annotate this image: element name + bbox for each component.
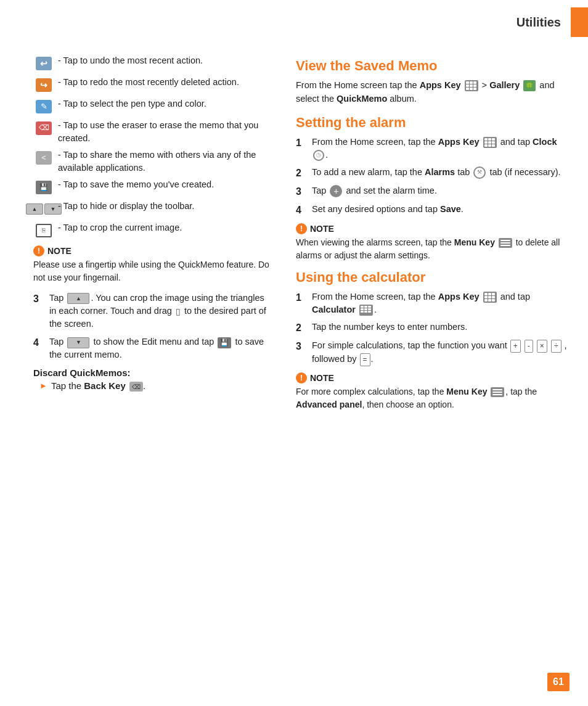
note-body: Please use a fingertip while using the Q… [33, 258, 271, 284]
apps-key-icon3 [483, 292, 497, 303]
note-title: ! NOTE [33, 245, 271, 257]
step-text: Set any desired options and tap Save. [312, 203, 463, 216]
list-item: ✎ - Tap to select the pen type and color… [33, 97, 271, 115]
list-item: ⌫ - Tap to use the eraser to erase the m… [33, 119, 271, 145]
alarm-step-2: 2 To add a new alarm, tap the Alarms tab… [296, 166, 570, 180]
using-calculator-heading: Using the calculator [296, 269, 570, 285]
redo-icon: ↪ [33, 76, 54, 94]
list-item-text: - Tap to select the pen type and color. [58, 97, 206, 110]
step-text: Tap ▲. You can crop the image using the … [49, 292, 271, 330]
op-divide: ÷ [551, 340, 561, 353]
step-text: From the Home screen, tap the Apps Key a… [312, 136, 570, 162]
discard-heading: Discard QuickMemos: [33, 367, 271, 378]
clock-icon: ◷ [313, 150, 324, 161]
view-saved-memo-section: View the Saved Memo From the Home screen… [296, 58, 570, 106]
view-saved-memo-text: From the Home screen tap the Apps Key > … [296, 79, 570, 106]
list-item: ↪ - Tap to redo the most recently delete… [33, 76, 271, 94]
alarm-step-3: 3 Tap + and set the alarm time. [296, 184, 570, 199]
step-4-save: 4 Tap ▼ to show the Edit menu and tap 💾 … [33, 335, 271, 361]
note-icon: ! [33, 245, 44, 257]
alarm-note-icon: ! [296, 223, 307, 234]
note-quickmemo: ! NOTE Please use a fingertip while usin… [33, 245, 271, 284]
back-key-label: Back Key [84, 380, 126, 391]
alarm-note-label: NOTE [310, 224, 334, 234]
list-item-text: - Tap to use the eraser to erase the mem… [58, 119, 271, 145]
note-label: NOTE [47, 246, 71, 256]
step-number: 4 [296, 203, 308, 217]
op-equals: = [360, 353, 370, 366]
list-item-text: - Tap to share the memo with others via … [58, 149, 271, 174]
view-saved-memo-heading: View the Saved Memo [296, 58, 570, 74]
share-icon: < [33, 149, 54, 166]
no-entry-icon: ▯ [176, 305, 181, 318]
calculator-note: ! NOTE For more complex calculations, ta… [296, 372, 570, 411]
step-text: For simple calculations, tap the functio… [312, 339, 570, 366]
alarm-steps-list: 1 From the Home screen, tap the Apps Key… [296, 136, 570, 218]
toolbar-icon: ▲ ▼ [33, 200, 54, 218]
calculator-steps-list: 1 From the Home screen, tap the Apps Key… [296, 290, 570, 366]
toolbar-up-icon: ▲ [67, 293, 89, 304]
step-text: Tap the number keys to enter numbers. [312, 321, 467, 334]
apps-key-icon2 [483, 137, 497, 148]
triangle-bullet-icon: ► [39, 381, 47, 390]
step-text: From the Home screen, tap the Apps Key a… [312, 290, 570, 316]
alarm-note: ! NOTE When viewing the alarms screen, t… [296, 223, 570, 262]
calculator-note-title: ! NOTE [296, 372, 570, 384]
header-accent-bar [571, 7, 588, 37]
step-number: 4 [33, 335, 46, 350]
list-item-text: - Tap to undo the most recent action. [58, 54, 203, 67]
icon-bullet-list: ↩ - Tap to undo the most recent action. … [33, 54, 271, 239]
step-text: To add a new alarm, tap the Alarms tab ⚒… [312, 166, 561, 179]
step-text: Tap ▼ to show the Edit menu and tap 💾 to… [49, 335, 271, 361]
setting-alarm-section: Setting the alarm 1 From the Home screen… [296, 115, 570, 263]
page-header: Utilities [0, 0, 588, 42]
save-inline-icon: 💾 [218, 337, 231, 348]
left-column: ↩ - Tap to undo the most recent action. … [0, 54, 284, 419]
list-item: ▲ ▼ - Tap to hide or display the toolbar… [33, 200, 271, 218]
step-3-crop: 3 Tap ▲. You can crop the image using th… [33, 292, 271, 330]
op-plus: + [510, 340, 521, 353]
list-item: < - Tap to share the memo with others vi… [33, 149, 271, 174]
using-calculator-section: Using the calculator 1 From the Home scr… [296, 269, 570, 411]
list-item: ↩ - Tap to undo the most recent action. [33, 54, 271, 72]
calculator-note-body: For more complex calculations, tap the M… [296, 385, 570, 411]
op-minus: - [525, 340, 533, 353]
calc-step-2: 2 Tap the number keys to enter numbers. [296, 321, 570, 335]
discard-item: ► Tap the Back Key ⌫. [39, 380, 271, 392]
op-multiply: × [537, 340, 547, 353]
alarm-note-body: When viewing the alarms screen, tap the … [296, 236, 570, 262]
crop-icon: ⎘ [33, 222, 54, 239]
apps-key-icon [465, 80, 478, 91]
toolbar-down-icon: ▼ [67, 337, 89, 348]
step-number: 3 [296, 184, 308, 199]
list-item: ⎘ - Tap to crop the current image. [33, 221, 271, 239]
step-text: Tap + and set the alarm time. [312, 184, 437, 197]
menu-key-icon2 [491, 387, 504, 397]
calc-step-3: 3 For simple calculations, tap the funct… [296, 339, 570, 366]
main-content: ↩ - Tap to undo the most recent action. … [0, 42, 588, 431]
right-column: View the Saved Memo From the Home screen… [284, 54, 588, 419]
back-key-icon: ⌫ [129, 382, 143, 392]
page-number: 61 [547, 673, 570, 691]
list-item-text: - Tap to save the memo you've created. [58, 178, 214, 191]
undo-icon: ↩ [33, 55, 54, 72]
step-number: 2 [296, 166, 308, 180]
list-item-text: - Tap to hide or display the toolbar. [58, 200, 194, 213]
eraser-icon: ⌫ [33, 120, 54, 137]
calculator-note-icon: ! [296, 372, 307, 384]
step-number: 3 [33, 292, 46, 306]
menu-key-icon [499, 238, 512, 248]
plus-circle-icon: + [330, 185, 342, 197]
calculator-note-label: NOTE [310, 373, 334, 383]
step-number: 2 [296, 321, 308, 335]
pen-icon: ✎ [33, 98, 54, 115]
step-number: 1 [296, 290, 308, 305]
list-item: 💾 - Tap to save the memo you've created. [33, 178, 271, 196]
save-icon: 💾 [33, 179, 54, 196]
alarm-step-4: 4 Set any desired options and tap Save. [296, 203, 570, 217]
discard-text: Tap the Back Key ⌫. [51, 380, 145, 392]
page-title: Utilities [517, 15, 571, 30]
calculator-icon [359, 305, 373, 316]
setting-alarm-heading: Setting the alarm [296, 115, 570, 131]
gallery-icon: 🍀 [523, 80, 536, 91]
